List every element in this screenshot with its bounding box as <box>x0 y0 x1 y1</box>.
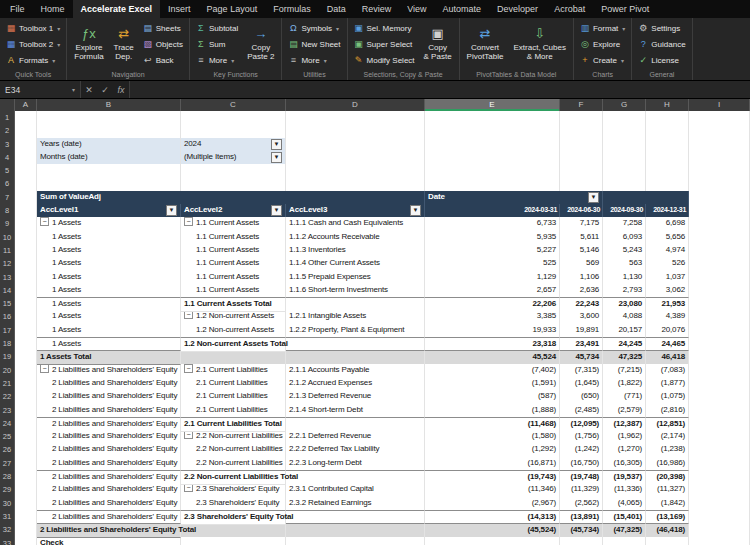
cell[interactable] <box>15 324 37 338</box>
row-number[interactable]: 12 <box>0 257 15 271</box>
cell[interactable] <box>689 457 750 471</box>
cell[interactable] <box>646 124 689 138</box>
row-number[interactable]: 11 <box>0 244 15 258</box>
field-dropdown-icon[interactable]: ▼ <box>271 205 282 216</box>
explore-button[interactable]: ◎Explore <box>577 37 628 51</box>
value-cell[interactable]: 1,106 <box>560 271 603 285</box>
field-dropdown-icon[interactable]: ▼ <box>410 205 421 216</box>
cell[interactable] <box>425 164 560 178</box>
objects-button[interactable]: ▧Objects <box>140 37 186 51</box>
value-cell[interactable]: (7,083) <box>646 364 689 378</box>
cell[interactable] <box>689 284 750 298</box>
cell[interactable] <box>15 310 37 324</box>
cancel-icon[interactable]: ✕ <box>81 85 97 95</box>
pivot-l2-cell[interactable]: 1.1 Current Assets Total <box>181 297 286 312</box>
row-number[interactable]: 7 <box>0 191 15 205</box>
pivot-l2-cell[interactable]: 2.3 Shareholders' Equity <box>181 497 286 511</box>
copy-paste-button[interactable]: ▣Copy& Paste <box>420 19 456 69</box>
pivot-l1-cell[interactable]: 2 Liabilities and Shareholders' Equity <box>37 457 181 471</box>
row-number[interactable]: 25 <box>0 430 15 444</box>
value-cell[interactable]: 19,891 <box>560 324 603 338</box>
tab-accelerate-excel[interactable]: Accelerate Excel <box>73 0 161 18</box>
value-cell[interactable]: 4,974 <box>646 244 689 258</box>
value-cell[interactable]: 6,733 <box>425 217 560 231</box>
cell[interactable] <box>689 310 750 324</box>
tab-data[interactable]: Data <box>319 0 354 18</box>
value-cell[interactable]: (7,402) <box>425 364 560 378</box>
cell[interactable] <box>15 191 37 205</box>
cell[interactable] <box>603 191 689 205</box>
pivot-l1-cell[interactable]: 2 Liabilities and Shareholders' Equity <box>37 497 181 511</box>
value-cell[interactable]: 2,636 <box>560 284 603 298</box>
subtotal-button[interactable]: ΣSubtotal <box>193 21 241 35</box>
value-cell[interactable]: (1,842) <box>646 497 689 511</box>
new-sheet-button[interactable]: ▤New Sheet <box>285 37 343 51</box>
cell[interactable] <box>425 138 560 152</box>
value-cell[interactable]: 2,793 <box>603 284 646 298</box>
cell[interactable] <box>689 271 750 285</box>
value-cell[interactable]: (1,292) <box>425 443 560 457</box>
row-number[interactable]: 3 <box>0 138 15 152</box>
cell[interactable] <box>15 443 37 457</box>
value-cell[interactable]: (2,967) <box>425 497 560 511</box>
value-cell[interactable]: (16,750) <box>560 457 603 471</box>
cell[interactable] <box>15 537 37 545</box>
pivot-row-field-acclevel1[interactable]: AccLevel1▼ <box>37 204 181 218</box>
tab-file[interactable]: File <box>2 0 33 18</box>
cell[interactable] <box>689 177 750 191</box>
column-header-C[interactable]: C <box>181 99 286 111</box>
cell[interactable] <box>37 111 181 125</box>
date-column-header[interactable]: 2024-06-30 <box>560 204 603 218</box>
pivot-l3-cell[interactable]: 2.2.2 Deferred Tax Liability <box>286 443 425 457</box>
pivot-l3-cell[interactable]: 1.2.2 Property, Plant & Equipment <box>286 324 425 338</box>
pivot-l1-cell[interactable]: 2 Liabilities and Shareholders' Equity <box>37 443 181 457</box>
name-box[interactable]: E34 ▾ <box>0 81 81 98</box>
value-cell[interactable]: (1,962) <box>603 430 646 444</box>
value-cell[interactable]: 526 <box>646 257 689 271</box>
cell[interactable] <box>181 177 286 191</box>
report-filter-label[interactable]: Years (date) <box>37 138 181 152</box>
tab-automate[interactable]: Automate <box>435 0 490 18</box>
pivot-l1-cell[interactable]: 1 Assets <box>37 244 181 258</box>
row-number[interactable]: 21 <box>0 377 15 391</box>
value-cell[interactable]: (1,238) <box>646 443 689 457</box>
value-cell[interactable]: (16,986) <box>646 457 689 471</box>
cell[interactable] <box>689 390 750 404</box>
date-column-header[interactable]: 2024-12-31 <box>646 204 689 218</box>
cell[interactable] <box>603 138 646 152</box>
cell[interactable] <box>689 537 750 545</box>
row-number[interactable]: 10 <box>0 231 15 245</box>
date-filter-dropdown-icon[interactable]: ▼ <box>588 192 599 203</box>
row-number[interactable]: 26 <box>0 443 15 457</box>
modify-select-button[interactable]: ✎Modify Select <box>351 53 418 67</box>
pivot-column-field[interactable]: Date▼ <box>425 191 603 205</box>
value-cell[interactable]: (1,270) <box>603 443 646 457</box>
cell[interactable] <box>689 164 750 178</box>
trace-dep-button[interactable]: ⇄TraceDep. <box>110 19 138 69</box>
pivot-l2-cell[interactable]: 2.2 Non-current Liabilities Total <box>181 470 286 485</box>
cell[interactable] <box>15 177 37 191</box>
pivot-l1-cell[interactable]: 2 Liabilities and Shareholders' Equity T… <box>37 523 181 538</box>
pivot-l3-cell[interactable]: 1.1.3 Inventories <box>286 244 425 258</box>
value-cell[interactable]: (1,756) <box>560 430 603 444</box>
tab-page-layout[interactable]: Page Layout <box>199 0 266 18</box>
value-cell[interactable]: 5,656 <box>646 231 689 245</box>
pivot-l3-cell[interactable]: 1.1.4 Other Current Assets <box>286 257 425 271</box>
row-number[interactable]: 23 <box>0 404 15 418</box>
toolbox-1-button[interactable]: ▦Toolbox 1▾ <box>3 21 63 35</box>
pivot-l2-cell[interactable]: 2.1 Current Liabilities <box>181 377 286 391</box>
cell[interactable] <box>689 138 750 152</box>
pivot-l3-cell[interactable]: 2.3.2 Retained Earnings <box>286 497 425 511</box>
cell[interactable] <box>689 244 750 258</box>
pivot-l1-cell[interactable]: 2 Liabilities and Shareholders' Equity <box>37 430 181 444</box>
value-cell[interactable]: 5,146 <box>560 244 603 258</box>
pivot-l2-cell[interactable]: 1.1 Current Assets <box>181 244 286 258</box>
value-cell[interactable]: 4,389 <box>646 310 689 324</box>
value-cell[interactable]: (16,871) <box>425 457 560 471</box>
guidance-button[interactable]: ?Guidance <box>635 37 688 51</box>
select-all-corner[interactable] <box>0 99 15 111</box>
cell[interactable] <box>15 497 37 511</box>
pivot-l1-cell[interactable]: 1 Assets <box>37 284 181 298</box>
pivot-l2-cell[interactable]: 1.1 Current Assets <box>181 284 286 298</box>
pivot-l2-cell[interactable]: 2.2 Non-current Liabilities <box>181 457 286 471</box>
